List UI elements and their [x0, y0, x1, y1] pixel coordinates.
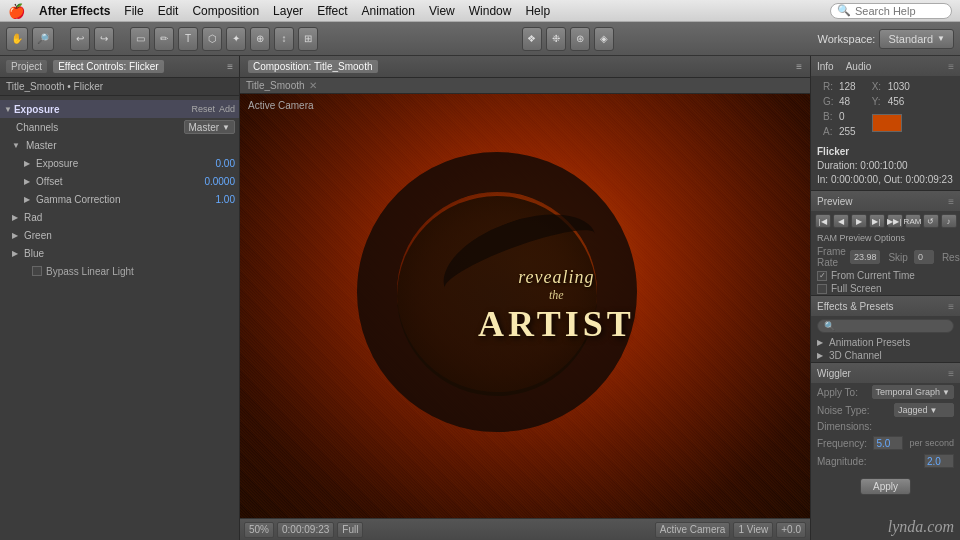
anim-presets-item[interactable]: ▶ Animation Presets [811, 336, 960, 349]
info-menu[interactable]: ≡ [948, 61, 954, 72]
prev-audio[interactable]: ♪ [941, 214, 957, 228]
exposure-section[interactable]: ▼ Exposure Reset Add [0, 100, 239, 118]
effects-menu[interactable]: ≡ [948, 301, 954, 312]
menu-window[interactable]: Window [469, 4, 512, 18]
ec-exposure-value[interactable]: 0.00 [216, 158, 235, 169]
tab-project[interactable]: Project [6, 60, 47, 73]
prev-step-fwd[interactable]: ▶| [869, 214, 885, 228]
comp-tab[interactable]: Composition: Title_Smooth [248, 60, 378, 73]
info-a-row: A: 255 [817, 124, 862, 139]
toolbar-btn-4[interactable]: ↪ [94, 27, 114, 51]
menu-effect[interactable]: Effect [317, 4, 347, 18]
comp-quality[interactable]: Full [337, 522, 363, 538]
prev-ram[interactable]: RAM [905, 214, 921, 228]
offset-value[interactable]: 0.0000 [204, 176, 235, 187]
toolbar-btn-14[interactable]: ❉ [546, 27, 566, 51]
composition-view[interactable]: Active Camera revealing the ARTIST [240, 94, 810, 518]
b-value: 0 [839, 111, 845, 122]
magnitude-input[interactable] [924, 454, 954, 468]
tab-effect-controls[interactable]: Effect Controls: Flicker [53, 60, 163, 73]
effect-controls-panel: ▼ Exposure Reset Add Channels Master ▼ ▼… [0, 96, 239, 540]
ec-exposure-label: Exposure [32, 158, 216, 169]
toolbar-btn-9[interactable]: ✦ [226, 27, 246, 51]
toolbar-btn-6[interactable]: ✏ [154, 27, 174, 51]
wiggler-tab[interactable]: Wiggler [817, 368, 851, 379]
rad-section[interactable]: ▶ Rad [0, 208, 239, 226]
info-tab[interactable]: Info [817, 61, 834, 72]
prev-step-back[interactable]: ◀ [833, 214, 849, 228]
frequency-input[interactable] [873, 436, 903, 450]
comp-header: Composition: Title_Smooth ≡ [240, 56, 810, 78]
apply-button[interactable]: Apply [860, 478, 911, 495]
toolbar-btn-5[interactable]: ▭ [130, 27, 150, 51]
toolbar-btn-11[interactable]: ↕ [274, 27, 294, 51]
comp-views[interactable]: 1 View [733, 522, 773, 538]
preview-menu[interactable]: ≡ [948, 196, 954, 207]
apply-to-dropdown[interactable]: Temporal Graph ▼ [872, 385, 954, 399]
skip-dropdown[interactable]: 0 [914, 250, 934, 264]
apple-menu[interactable]: 🍎 [8, 3, 25, 19]
full-screen-checkbox[interactable] [817, 284, 827, 294]
search-icon-small: 🔍 [824, 321, 835, 331]
x-label: X: [872, 81, 884, 92]
wiggler-section: Wiggler ≡ Apply To: Temporal Graph ▼ Noi… [811, 363, 960, 503]
toolbar-btn-12[interactable]: ⊞ [298, 27, 318, 51]
menu-view[interactable]: View [429, 4, 455, 18]
exposure-val-row: ▶ Exposure 0.00 [0, 154, 239, 172]
prev-play-pause[interactable]: ▶ [851, 214, 867, 228]
blue-label: Blue [20, 248, 235, 259]
effects-tab[interactable]: Effects & Presets [817, 301, 894, 312]
comp-time-display[interactable]: 0:00:09:23 [277, 522, 334, 538]
toolbar-btn-16[interactable]: ◈ [594, 27, 614, 51]
reset-button[interactable]: Reset [191, 104, 215, 114]
toolbar-btn-10[interactable]: ⊕ [250, 27, 270, 51]
toolbar-btn-7[interactable]: T [178, 27, 198, 51]
toolbar-btn-15[interactable]: ⊛ [570, 27, 590, 51]
menu-edit[interactable]: Edit [158, 4, 179, 18]
bypass-label[interactable]: Bypass Linear Light [32, 266, 134, 277]
menu-animation[interactable]: Animation [362, 4, 415, 18]
toolbar-btn-2[interactable]: 🔎 [32, 27, 54, 51]
search-input[interactable] [855, 5, 945, 17]
toolbar-btn-1[interactable]: ✋ [6, 27, 28, 51]
menu-file[interactable]: File [124, 4, 143, 18]
preview-tab[interactable]: Preview [817, 196, 853, 207]
menu-composition[interactable]: Composition [192, 4, 259, 18]
gamma-label: Gamma Correction [32, 194, 216, 205]
preview-header: Preview ≡ [811, 191, 960, 211]
from-current-checkbox[interactable] [817, 271, 827, 281]
menu-help[interactable]: Help [525, 4, 550, 18]
menu-search[interactable]: 🔍 [830, 3, 952, 19]
comp-tab-inner[interactable]: Title_Smooth [246, 80, 305, 91]
wiggler-menu[interactable]: ≡ [948, 368, 954, 379]
menu-layer[interactable]: Layer [273, 4, 303, 18]
effects-search-input[interactable] [835, 321, 947, 332]
toolbar-btn-13[interactable]: ❖ [522, 27, 542, 51]
effects-search[interactable]: 🔍 [817, 319, 954, 333]
channels-dropdown[interactable]: Master ▼ [184, 120, 235, 134]
framerate-dropdown[interactable]: 23.98 [850, 250, 881, 264]
frequency-label: Frequency: [817, 438, 869, 449]
green-section[interactable]: ▶ Green [0, 226, 239, 244]
comp-active-camera[interactable]: Active Camera [655, 522, 731, 538]
zoom-control[interactable]: 50% [244, 522, 274, 538]
prev-loop[interactable]: ↺ [923, 214, 939, 228]
workspace-dropdown[interactable]: Standard ▼ [879, 29, 954, 49]
toolbar-btn-8[interactable]: ⬡ [202, 27, 222, 51]
3d-channel-item[interactable]: ▶ 3D Channel [811, 349, 960, 362]
master-section[interactable]: ▼ Master [0, 136, 239, 154]
noise-type-dropdown[interactable]: Jagged ▼ [894, 403, 954, 417]
toolbar-btn-3[interactable]: ↩ [70, 27, 90, 51]
blue-section[interactable]: ▶ Blue [0, 244, 239, 262]
prev-skip-start[interactable]: |◀ [815, 214, 831, 228]
exposure-label: Exposure [14, 104, 192, 115]
comp-panel-menu[interactable]: ≡ [796, 61, 802, 72]
comp-offset[interactable]: +0.0 [776, 522, 806, 538]
prev-skip-end[interactable]: ▶▶| [887, 214, 903, 228]
ram-preview-option[interactable]: RAM Preview Options [811, 231, 960, 245]
panel-menu-icon[interactable]: ≡ [227, 61, 233, 72]
gamma-value[interactable]: 1.00 [216, 194, 235, 205]
audio-tab[interactable]: Audio [846, 61, 872, 72]
add-button[interactable]: Add [219, 104, 235, 114]
comp-tab-close[interactable]: ✕ [309, 80, 317, 91]
